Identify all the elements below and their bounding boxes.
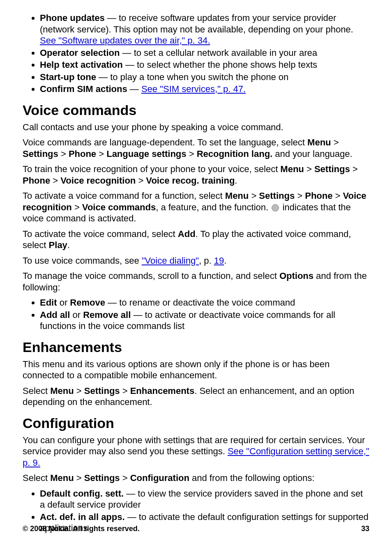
option-label: Default config. sett. bbox=[40, 488, 124, 499]
paragraph: This menu and its various options are sh… bbox=[23, 359, 369, 381]
sim-services-link[interactable]: See "SIM services," p. 47. bbox=[141, 84, 246, 94]
paragraph: You can configure your phone with settin… bbox=[23, 435, 369, 469]
menu-path: Settings bbox=[84, 473, 120, 483]
option-label: Edit bbox=[40, 297, 57, 308]
text: To activate a voice command for a functi… bbox=[23, 191, 225, 201]
sep: > bbox=[96, 149, 106, 159]
sep: — bbox=[96, 72, 110, 82]
paragraph: To activate the voice command, select Ad… bbox=[23, 228, 369, 251]
text: . bbox=[224, 255, 226, 266]
text: To train the voice recognition of your p… bbox=[23, 164, 280, 174]
sep: > bbox=[72, 202, 82, 212]
configuration-heading: Configuration bbox=[23, 415, 369, 431]
item-label: Operator selection bbox=[40, 48, 120, 58]
menu-path: Enhancements bbox=[130, 386, 195, 396]
menu-path: Voice commands bbox=[82, 202, 156, 212]
text: or bbox=[70, 310, 83, 320]
list-item: Operator selection — to set a cellular n… bbox=[40, 47, 369, 59]
menu-path: Settings bbox=[259, 191, 295, 201]
list-item: Add all or Remove all — to activate or d… bbox=[40, 309, 369, 332]
voice-indicator-icon bbox=[272, 204, 279, 212]
sep: > bbox=[136, 175, 146, 186]
text: and from the following options: bbox=[189, 473, 315, 483]
software-updates-link[interactable]: See "Software updates over the air," p. … bbox=[40, 35, 210, 46]
option-label: Add all bbox=[40, 310, 70, 320]
text: . bbox=[67, 240, 70, 250]
menu-path: Voice recog. training bbox=[146, 175, 235, 186]
action: Play bbox=[49, 240, 67, 250]
list-item: Phone updates — to receive software upda… bbox=[40, 12, 369, 46]
paragraph: Call contacts and use your phone by spea… bbox=[23, 122, 369, 133]
list-item: Start-up tone — to play a tone when you … bbox=[40, 71, 369, 83]
menu-path: Menu bbox=[280, 164, 304, 174]
text: or bbox=[57, 297, 70, 308]
paragraph: To activate a voice command for a functi… bbox=[23, 190, 369, 224]
option-label: Remove bbox=[70, 297, 105, 308]
sep: > bbox=[332, 191, 343, 201]
copyright-text: © 2008 Nokia. All rights reserved. bbox=[23, 525, 140, 533]
item-text: to play a tone when you switch the phone… bbox=[110, 72, 288, 82]
paragraph: Voice commands are language-dependent. T… bbox=[23, 137, 369, 159]
sep: > bbox=[295, 191, 305, 201]
paragraph: To train the voice recognition of your p… bbox=[23, 163, 369, 186]
phone-settings-list: Phone updates — to receive software upda… bbox=[23, 12, 369, 95]
menu-path: Phone bbox=[69, 149, 96, 159]
sep: > bbox=[120, 473, 130, 483]
item-label: Help text activation bbox=[40, 60, 123, 70]
sep: > bbox=[74, 473, 84, 483]
text: To use voice commands, see bbox=[23, 255, 142, 266]
list-item: Help text activation — to select whether… bbox=[40, 59, 369, 71]
voice-options-list: Edit or Remove — to rename or deactivate… bbox=[23, 297, 369, 332]
document-page: Phone updates — to receive software upda… bbox=[0, 0, 392, 543]
text: . bbox=[235, 175, 237, 186]
text: and your language. bbox=[272, 149, 353, 159]
menu-path: Settings bbox=[23, 149, 58, 159]
item-label: Confirm SIM actions bbox=[40, 84, 127, 94]
menu-path: Menu bbox=[50, 386, 74, 396]
paragraph: Select Menu > Settings > Configuration a… bbox=[23, 472, 369, 484]
item-text: to set a cellular network available in y… bbox=[134, 48, 317, 58]
sep: > bbox=[74, 386, 84, 396]
option-label: Remove all bbox=[83, 310, 131, 320]
menu-path: Settings bbox=[84, 386, 120, 396]
menu-path: Menu bbox=[225, 191, 249, 201]
action: Add bbox=[178, 229, 196, 239]
menu-path: Phone bbox=[305, 191, 332, 201]
enhancements-heading: Enhancements bbox=[23, 339, 369, 355]
sep: > bbox=[58, 149, 69, 159]
voice-dialing-link[interactable]: "Voice dialing" bbox=[142, 255, 199, 266]
menu-path: Language settings bbox=[106, 149, 186, 159]
text: , p. bbox=[199, 255, 214, 266]
list-item: Confirm SIM actions — See "SIM services,… bbox=[40, 83, 369, 95]
sep: > bbox=[50, 175, 60, 186]
sep: > bbox=[187, 149, 197, 159]
menu-path: Voice recognition bbox=[60, 175, 136, 186]
list-item: Default config. sett. — to view the serv… bbox=[40, 488, 369, 511]
sep: > bbox=[331, 137, 339, 147]
menu-path: Menu bbox=[50, 473, 74, 483]
item-text: — to rename or deactivate the voice comm… bbox=[105, 297, 295, 308]
text: , a feature, and the function. bbox=[156, 202, 271, 212]
page-footer: © 2008 Nokia. All rights reserved. 33 bbox=[23, 525, 369, 533]
item-label: Phone updates bbox=[40, 13, 105, 23]
page-number: 33 bbox=[361, 525, 369, 533]
text: Select bbox=[23, 473, 50, 483]
menu-path: Settings bbox=[314, 164, 350, 174]
page-19-link[interactable]: 19 bbox=[214, 255, 224, 266]
option-label: Act. def. in all apps. bbox=[40, 512, 125, 522]
sep: — bbox=[127, 84, 141, 94]
sep: > bbox=[120, 386, 130, 396]
menu-path: Menu bbox=[307, 137, 331, 147]
paragraph: Select Menu > Settings > Enhancements. S… bbox=[23, 385, 369, 408]
voice-commands-heading: Voice commands bbox=[23, 102, 369, 118]
sep: — bbox=[105, 13, 119, 23]
sep: — bbox=[120, 48, 134, 58]
paragraph: To use voice commands, see "Voice dialin… bbox=[23, 255, 369, 267]
sep: > bbox=[304, 164, 314, 174]
text: To manage the voice commands, scroll to … bbox=[23, 271, 279, 281]
action: Options bbox=[279, 271, 314, 281]
item-label: Start-up tone bbox=[40, 72, 96, 82]
sep: > bbox=[350, 164, 358, 174]
menu-path: Recognition lang. bbox=[197, 149, 273, 159]
item-text: to select whether the phone shows help t… bbox=[137, 60, 317, 70]
